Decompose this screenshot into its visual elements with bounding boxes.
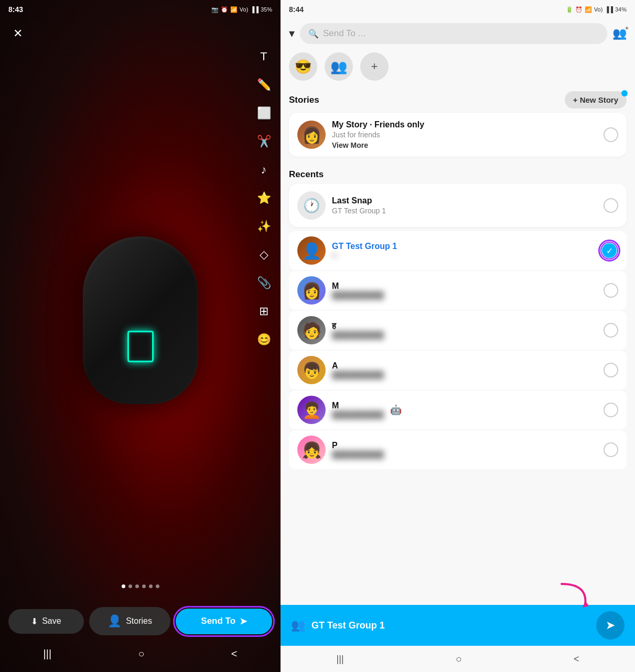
contact-radio-m2[interactable]	[604, 403, 618, 417]
link-tool-icon[interactable]: 📎	[254, 274, 273, 292]
bottom-send-bar: 👥 GT Test Group 1 ➤	[281, 605, 635, 646]
pen-tool-icon[interactable]: ✏️	[254, 75, 273, 94]
recents-section-title: Recents	[289, 169, 324, 180]
nav-right-recents[interactable]: |||	[337, 654, 344, 665]
stories-section-header: Stories + New Story	[281, 85, 635, 113]
eraser-tool-icon[interactable]: ◇	[254, 245, 273, 264]
contact-sub-gt: N	[332, 251, 397, 259]
right-toolbar: T ✏️ ⬜ ✂️ ♪ ⭐ ✨ ◇ 📎 ⊞ 😊	[254, 47, 273, 349]
left-bottom-bar: ⬇ Save 👤 Stories Send To ➤	[0, 607, 281, 635]
my-story-avatar: 👩	[297, 121, 326, 149]
right-time: 8:44	[289, 5, 304, 14]
contact-info-a: A ██████████	[332, 361, 384, 379]
text-tool-icon[interactable]: T	[254, 47, 273, 66]
contact-m1[interactable]: 👩 M ██████████	[289, 271, 627, 310]
contact-info-h: ह ██████████	[332, 321, 384, 339]
left-status-bar: 8:43 📷⏰📶Vo)▐▐8:4335%	[0, 0, 281, 19]
send-to-button[interactable]: Send To ➤	[176, 609, 272, 634]
contact-radio-m1[interactable]	[604, 283, 618, 298]
right-panel: 8:44 🔋⏰📶Vo)▐▐34% ▾ 🔍 Send To ... 👥+ 😎 👥 …	[281, 0, 635, 672]
stories-section-title: Stories	[289, 95, 319, 105]
contacts-list: 👤 GT Test Group 1 N ✓ 👩 M ██████████ 🧑 ह	[281, 231, 635, 605]
quick-contact-1[interactable]: 😎	[289, 52, 317, 81]
my-story-radio[interactable]	[604, 127, 618, 142]
my-story-card[interactable]: 👩 My Story · Friends only Just for frien…	[289, 113, 627, 157]
contact-h[interactable]: 🧑 ह ██████████	[289, 311, 627, 350]
left-nav-bar: ||| ○ <	[0, 641, 281, 667]
music-tool-icon[interactable]: ♪	[254, 160, 273, 179]
recents-section-header: Recents	[281, 163, 635, 184]
crop-tool-icon[interactable]: ⊞	[254, 302, 273, 321]
add-contact-button[interactable]: +	[360, 52, 389, 81]
my-story-info: My Story · Friends only Just for friends…	[332, 120, 597, 149]
save-button[interactable]: ⬇ Save	[8, 609, 84, 634]
contact-check-gt[interactable]: ✓	[600, 242, 618, 259]
nav-right-home[interactable]: ○	[456, 653, 462, 665]
left-time: 8:43	[8, 5, 23, 14]
last-snap-sub: GT Test Group 1	[332, 207, 597, 215]
contact-m2[interactable]: 🧑‍🦱 M ██████████ 🤖	[289, 391, 627, 429]
emoji-tool-icon[interactable]: 😊	[254, 330, 273, 349]
last-snap-info: Last Snap GT Test Group 1	[332, 196, 597, 215]
my-story-name: My Story · Friends only	[332, 120, 597, 129]
sticker-tool-icon[interactable]: ⬜	[254, 104, 273, 123]
mouse-shape	[83, 236, 198, 404]
last-snap-name: Last Snap	[332, 196, 597, 205]
quick-contact-2[interactable]: 👥	[325, 52, 353, 81]
dot-3	[135, 584, 139, 588]
last-snap-radio[interactable]	[604, 198, 618, 213]
send-group-info: 👥 GT Test Group 1	[291, 619, 385, 632]
search-placeholder: Send To ...	[323, 28, 365, 39]
save-icon: ⬇	[31, 616, 38, 626]
scissors-tool-icon[interactable]: ✂️	[254, 132, 273, 151]
last-snap-card[interactable]: 🕐 Last Snap GT Test Group 1	[289, 184, 627, 227]
search-bar-row: ▾ 🔍 Send To ... 👥+	[281, 19, 635, 48]
contact-radio-p[interactable]	[604, 442, 618, 457]
stories-button[interactable]: 👤 Stories	[89, 607, 171, 635]
contact-name-h: ह	[332, 321, 384, 331]
search-box[interactable]: 🔍 Send To ...	[300, 23, 607, 44]
check-mark-gt: ✓	[602, 243, 617, 258]
dot-6	[156, 584, 159, 588]
chevron-down-icon[interactable]: ▾	[289, 27, 295, 40]
send-arrow-icon: ➤	[240, 616, 247, 627]
contact-name-m1: M	[332, 281, 384, 291]
dot-4	[142, 584, 146, 588]
new-story-button[interactable]: + New Story	[565, 91, 627, 109]
contact-a[interactable]: 👦 A ██████████	[289, 351, 627, 389]
nav-home-icon[interactable]: ○	[138, 648, 144, 660]
close-button[interactable]: ✕	[8, 24, 27, 43]
contact-radio-a[interactable]	[604, 363, 618, 377]
contact-avatar-p: 👧	[297, 436, 326, 464]
effects-tool-icon[interactable]: ⭐	[254, 189, 273, 208]
nav-right-back[interactable]: <	[574, 654, 579, 665]
contact-radio-h[interactable]	[604, 323, 618, 338]
mouse-logo	[127, 331, 154, 362]
my-story-view-more[interactable]: View More	[332, 141, 597, 149]
contact-sub-m2: ██████████	[332, 410, 384, 419]
contact-info-gt: GT Test Group 1 N	[332, 242, 397, 259]
contact-name-m2: M	[332, 401, 384, 410]
contact-avatar-m2: 🧑‍🦱	[297, 396, 326, 424]
my-story-sub: Just for friends	[332, 131, 597, 139]
contact-avatar-a: 👦	[297, 356, 326, 384]
contact-sub-p: ██████████	[332, 450, 384, 459]
dot-5	[149, 584, 153, 588]
quick-contacts-row: 😎 👥 +	[281, 48, 635, 85]
add-friends-icon[interactable]: 👥+	[612, 27, 627, 40]
magic-tool-icon[interactable]: ✨	[254, 217, 273, 236]
nav-recents-icon[interactable]: |||	[44, 648, 52, 660]
dot-2	[128, 584, 132, 588]
send-final-button[interactable]: ➤	[596, 611, 625, 640]
contact-sub-m1: ██████████	[332, 291, 384, 299]
snap-content	[31, 63, 249, 578]
svg-marker-0	[583, 601, 589, 608]
contact-avatar-gt: 👤	[297, 236, 326, 265]
contact-p[interactable]: 👧 P ██████████	[289, 430, 627, 469]
send-group-icon: 👥	[291, 619, 305, 632]
nav-back-icon[interactable]: <	[231, 648, 238, 660]
contact-gt-group[interactable]: 👤 GT Test Group 1 N ✓	[289, 231, 627, 270]
left-top-bar: ✕	[0, 19, 281, 48]
contact-info-p: P ██████████	[332, 441, 384, 459]
new-story-dot	[621, 90, 628, 96]
